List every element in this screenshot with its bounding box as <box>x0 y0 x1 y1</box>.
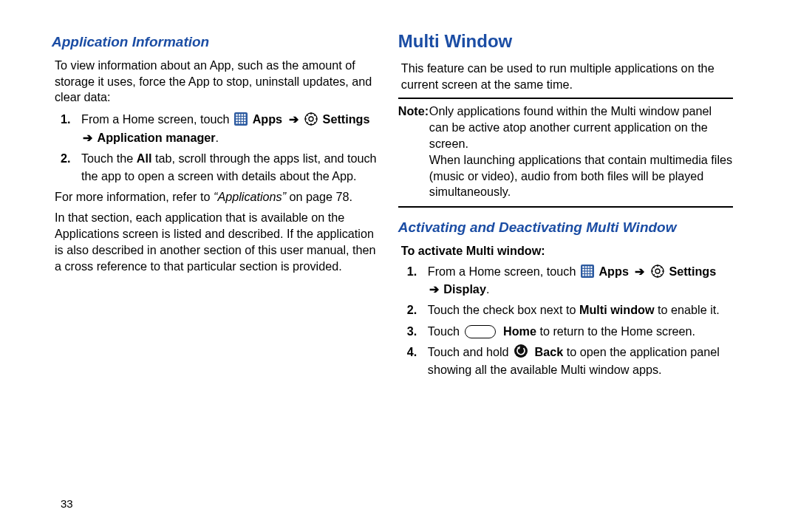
step-text: Touch the check box next to <box>428 303 579 316</box>
subhead-to-activate: To activate Multi window: <box>398 243 733 259</box>
svg-rect-4 <box>244 115 245 116</box>
svg-rect-2 <box>239 115 240 116</box>
svg-point-54 <box>514 344 528 358</box>
apps-label: Apps <box>598 265 628 278</box>
manual-page: Application Information To view informat… <box>0 0 798 532</box>
svg-rect-11 <box>242 120 243 121</box>
text: on page 78. <box>286 190 352 203</box>
svg-rect-9 <box>236 120 237 121</box>
note-label: Note: <box>398 103 429 120</box>
svg-rect-29 <box>585 266 587 267</box>
svg-rect-6 <box>239 117 240 118</box>
svg-rect-35 <box>590 269 592 270</box>
step-text: From a Home screen, touch <box>428 265 579 278</box>
multiwindow-label: Multi window <box>579 303 655 316</box>
svg-rect-42 <box>587 274 589 276</box>
arrow-icon: ➔ <box>635 265 644 278</box>
back-icon <box>514 344 528 358</box>
step-3: Touch Home to return to the Home screen. <box>428 322 733 340</box>
ref-italic: “Applications” <box>214 190 286 203</box>
note-block: Note: Only applications found within the… <box>398 98 733 208</box>
svg-rect-13 <box>236 122 237 123</box>
step-text: From a Home screen, touch <box>81 112 233 126</box>
svg-line-49 <box>653 267 655 268</box>
heading-application-information: Application Information <box>52 33 379 52</box>
svg-line-50 <box>661 274 662 276</box>
back-label: Back <box>535 345 564 358</box>
svg-line-52 <box>653 274 655 276</box>
step-2: Touch the check box next to Multi window… <box>428 301 733 318</box>
step-2: Touch the All tab, scroll through the ap… <box>81 149 379 185</box>
svg-rect-5 <box>236 117 237 118</box>
svg-rect-38 <box>587 271 589 273</box>
svg-rect-10 <box>239 120 240 121</box>
svg-point-53 <box>655 269 660 273</box>
home-label: Home <box>503 324 536 338</box>
apps-label: Apps <box>253 112 282 126</box>
step-text: Touch and hold <box>428 345 512 358</box>
step-text: to enable it. <box>655 303 720 316</box>
svg-line-23 <box>314 122 316 123</box>
svg-rect-15 <box>242 122 243 123</box>
apps-icon <box>234 112 248 126</box>
para-mw-intro: This feature can be used to run multiple… <box>398 61 733 93</box>
step-text: to return to the Home screen. <box>536 324 695 338</box>
display-label: Display <box>443 282 486 296</box>
svg-rect-30 <box>587 266 589 267</box>
para-more: In that section, each application that i… <box>52 210 379 274</box>
svg-rect-34 <box>587 269 589 270</box>
settings-label: Settings <box>669 265 716 278</box>
svg-rect-39 <box>590 271 592 273</box>
apps-icon <box>581 265 594 278</box>
all-tab-label: All <box>137 151 152 165</box>
settings-label: Settings <box>323 112 370 126</box>
step-4: Touch and hold Back to open the applicat… <box>428 343 733 379</box>
svg-rect-8 <box>244 117 245 118</box>
text: For more information, refer to <box>55 190 214 203</box>
svg-line-22 <box>307 115 308 116</box>
svg-rect-41 <box>585 274 587 276</box>
heading-multi-window: Multi Window <box>398 30 733 53</box>
svg-line-51 <box>661 267 662 268</box>
svg-rect-3 <box>242 115 243 116</box>
para-ref: For more information, refer to “Applicat… <box>52 189 379 205</box>
heading-activating: Activating and Deactivating Multi Window <box>398 218 733 237</box>
step-text: Touch the <box>81 151 137 165</box>
para-app-info-intro: To view information about an App, such a… <box>52 58 379 106</box>
settings-icon <box>651 265 664 278</box>
svg-rect-31 <box>590 266 592 267</box>
step-1: From a Home screen, touch Apps ➔ <box>81 110 379 146</box>
arrow-icon: ➔ <box>289 112 299 126</box>
svg-rect-32 <box>582 269 584 270</box>
svg-rect-7 <box>242 117 243 118</box>
svg-rect-12 <box>244 120 245 121</box>
svg-rect-33 <box>585 269 587 270</box>
period: . <box>486 282 490 296</box>
step-text: Touch <box>428 324 463 338</box>
arrow-icon: ➔ <box>83 131 92 144</box>
period: . <box>216 131 219 144</box>
svg-rect-37 <box>585 271 587 273</box>
svg-line-25 <box>307 122 308 123</box>
appmgr-label: Application manager <box>98 131 216 144</box>
note-body-1: Only applications found within the Multi… <box>429 104 712 150</box>
svg-rect-16 <box>244 122 245 123</box>
steps-activate: From a Home screen, touch Apps ➔ <box>398 262 733 379</box>
svg-rect-40 <box>582 274 584 276</box>
left-column: Application Information To view informat… <box>52 30 392 517</box>
svg-line-24 <box>314 115 316 116</box>
svg-rect-1 <box>236 115 237 116</box>
right-column: Multi Window This feature can be used to… <box>392 30 733 517</box>
home-button-icon <box>465 325 496 338</box>
page-number: 33 <box>61 497 73 510</box>
svg-rect-14 <box>239 122 240 123</box>
svg-rect-36 <box>582 271 584 273</box>
step-1: From a Home screen, touch Apps ➔ <box>428 262 733 299</box>
svg-rect-43 <box>590 274 592 276</box>
settings-icon <box>304 112 318 126</box>
note-body-2: When launching applications that contain… <box>429 153 732 199</box>
svg-point-26 <box>309 117 313 121</box>
svg-rect-28 <box>582 266 584 267</box>
arrow-icon: ➔ <box>429 282 439 296</box>
steps-app-info: From a Home screen, touch Apps ➔ <box>52 110 379 185</box>
